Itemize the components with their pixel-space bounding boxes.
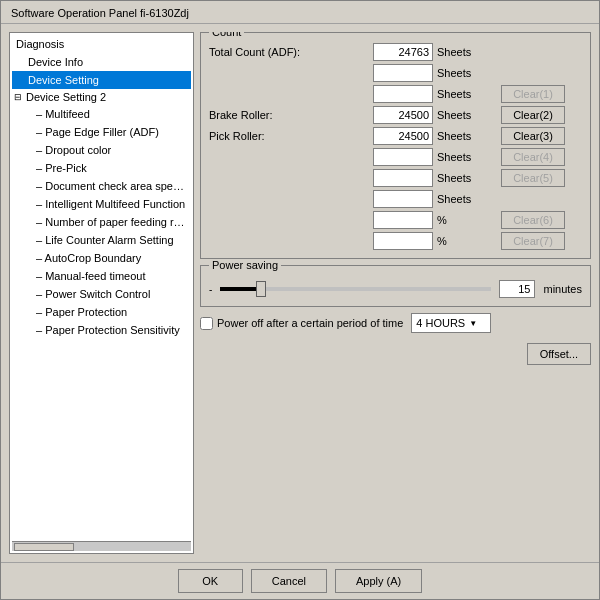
sidebar-item-pre-pick[interactable]: – Pre-Pick [12, 159, 191, 177]
slider-unit-label: minutes [543, 283, 582, 295]
total-count-unit: Sheets [437, 46, 497, 58]
power-off-checkbox[interactable] [200, 317, 213, 330]
sidebar-item-life-counter[interactable]: – Life Counter Alarm Setting [12, 231, 191, 249]
horizontal-scrollbar[interactable] [12, 541, 191, 551]
clear6-button[interactable]: Clear(6) [501, 211, 565, 229]
empty-input-6 [373, 148, 433, 166]
power-saving-slider[interactable] [220, 287, 491, 291]
sidebar-item-intelligent-multifeed[interactable]: – Intelligent Multifeed Function [12, 195, 191, 213]
sidebar-item-device-setting[interactable]: Device Setting [12, 71, 191, 89]
dash-icon: – [36, 198, 42, 210]
dash-icon: – [36, 270, 42, 282]
empty-input-9 [373, 211, 433, 229]
empty-input-8 [373, 190, 433, 208]
apply-button[interactable]: Apply (A) [335, 569, 422, 593]
sidebar-item-power-switch[interactable]: – Power Switch Control [12, 285, 191, 303]
pick-roller-unit: Sheets [437, 130, 497, 142]
sidebar-item-multifeed[interactable]: – Multifeed [12, 105, 191, 123]
dash-icon: – [36, 252, 42, 264]
dash-icon: – [36, 180, 42, 192]
dash-icon: – [36, 306, 42, 318]
slider-min-label: - [209, 284, 212, 295]
count-grid: Total Count (ADF): Sheets Sheets Sheets [209, 43, 582, 250]
title-bar: Software Operation Panel fi-6130Zdj [1, 1, 599, 24]
dash-icon: – [36, 126, 42, 138]
sidebar: Diagnosis Device Info Device Setting ⊟ D… [9, 32, 194, 554]
power-off-checkbox-label[interactable]: Power off after a certain period of time [200, 317, 403, 330]
dash-icon: – [36, 108, 42, 120]
expand-icon: ⊟ [14, 89, 26, 105]
sidebar-item-device-info[interactable]: Device Info [12, 53, 191, 71]
power-off-label-text: Power off after a certain period of time [217, 317, 403, 329]
slider-row: - minutes [209, 280, 582, 298]
sidebar-item-num-paper-retries[interactable]: – Number of paper feeding retries [12, 213, 191, 231]
total-count-label: Total Count (ADF): [209, 46, 369, 58]
sidebar-item-page-edge-filler[interactable]: – Page Edge Filler (ADF) [12, 123, 191, 141]
window-title: Software Operation Panel fi-6130Zdj [11, 7, 189, 19]
empty-input-3 [373, 85, 433, 103]
cancel-button[interactable]: Cancel [251, 569, 327, 593]
empty-input-7 [373, 169, 433, 187]
sidebar-item-autocrop[interactable]: – AutoCrop Boundary [12, 249, 191, 267]
dropdown-value: 4 HOURS [416, 317, 465, 329]
slider-thumb[interactable] [256, 281, 266, 297]
pick-roller-label: Pick Roller: [209, 130, 369, 142]
power-saving-group: Power saving - minutes [200, 265, 591, 307]
clear1-button[interactable]: Clear(1) [501, 85, 565, 103]
clear4-button[interactable]: Clear(4) [501, 148, 565, 166]
sidebar-item-paper-protection[interactable]: – Paper Protection [12, 303, 191, 321]
dash-icon: – [36, 162, 42, 174]
dash-icon: – [36, 234, 42, 246]
ok-button[interactable]: OK [178, 569, 243, 593]
clear5-button[interactable]: Clear(5) [501, 169, 565, 187]
main-window: Software Operation Panel fi-6130Zdj Diag… [0, 0, 600, 600]
clear2-button[interactable]: Clear(2) [501, 106, 565, 124]
sidebar-item-doc-check[interactable]: – Document check area specificatio [12, 177, 191, 195]
count-group: Count Total Count (ADF): Sheets Sheets [200, 32, 591, 259]
brake-roller-unit: Sheets [437, 109, 497, 121]
brake-roller-label: Brake Roller: [209, 109, 369, 121]
power-off-row: Power off after a certain period of time… [200, 313, 591, 333]
dropdown-arrow-icon: ▼ [469, 319, 477, 328]
empty-input-2 [373, 64, 433, 82]
slider-value-input[interactable] [499, 280, 535, 298]
sidebar-item-device-setting-2[interactable]: ⊟ Device Setting 2 [12, 89, 191, 105]
offset-button[interactable]: Offset... [527, 343, 591, 365]
dash-icon: – [36, 324, 42, 336]
bottom-bar: OK Cancel Apply (A) [1, 562, 599, 599]
offset-row: Offset... [200, 343, 591, 365]
sidebar-item-diagnosis[interactable]: Diagnosis [12, 35, 191, 53]
dash-icon: – [36, 144, 42, 156]
sidebar-item-paper-protection-sens[interactable]: – Paper Protection Sensitivity [12, 321, 191, 339]
power-saving-title: Power saving [209, 259, 281, 271]
dash-icon: – [36, 216, 42, 228]
brake-roller-input[interactable] [373, 106, 433, 124]
dash-icon: – [36, 288, 42, 300]
sidebar-item-dropout-color[interactable]: – Dropout color [12, 141, 191, 159]
sidebar-item-manual-feed[interactable]: – Manual-feed timeout [12, 267, 191, 285]
empty-input-10 [373, 232, 433, 250]
clear3-button[interactable]: Clear(3) [501, 127, 565, 145]
count-group-title: Count [209, 32, 244, 38]
power-off-dropdown[interactable]: 4 HOURS ▼ [411, 313, 491, 333]
right-panel: Count Total Count (ADF): Sheets Sheets [200, 32, 591, 554]
clear7-button[interactable]: Clear(7) [501, 232, 565, 250]
scrollbar-thumb[interactable] [14, 543, 74, 551]
total-count-input[interactable] [373, 43, 433, 61]
pick-roller-input[interactable] [373, 127, 433, 145]
